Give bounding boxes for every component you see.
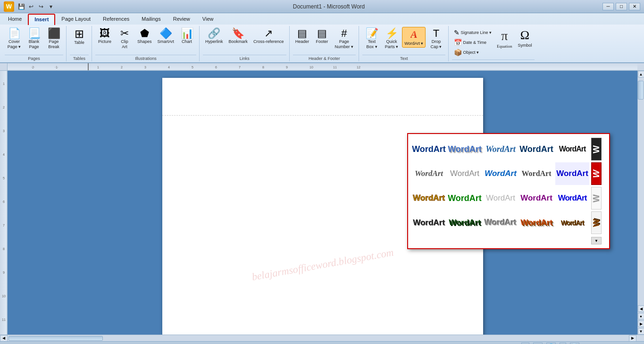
wordart-style-12[interactable]: WordArt	[448, 187, 482, 210]
clipart-button[interactable]: ✂ ClipArt	[115, 27, 134, 51]
svg-text:10: 10	[309, 66, 313, 69]
pagenumber-button[interactable]: # PageNumber ▾	[333, 27, 356, 51]
quick-access-toolbar: 💾 ↩ ↪ ▾	[17, 2, 55, 11]
wordart-style-4[interactable]: WordArt	[519, 138, 553, 160]
picture-button[interactable]: 🖼 Picture	[95, 27, 114, 46]
scroll-up-button[interactable]: ▲	[638, 71, 644, 77]
wordart-style-18[interactable]: WordArt	[484, 211, 518, 234]
textbox-button[interactable]: 📝 TextBox ▾	[362, 27, 381, 51]
hscroll-left[interactable]: ◀	[0, 335, 8, 342]
tab-insert[interactable]: Insert	[28, 14, 55, 25]
wordart-side-3[interactable]: W	[591, 187, 602, 210]
wordart-style-3[interactable]: WordArt	[484, 138, 518, 160]
table-button[interactable]: ⊞ Table	[70, 27, 89, 47]
headerfooter-group-label: Header & Footer	[293, 55, 356, 61]
window-controls: ─ □ ✕	[602, 3, 640, 10]
scroll-next-page[interactable]: ▶	[638, 320, 644, 327]
bookmark-button[interactable]: 🔖 Bookmark	[226, 27, 251, 46]
vertical-scrollbar[interactable]: ▲ ◀ ● ▶ ▼	[637, 71, 644, 335]
wordart-style-20[interactable]: WordArt	[555, 211, 589, 234]
office-logo[interactable]: W	[4, 1, 14, 12]
datetime-icon: 📅	[454, 39, 462, 46]
bookmark-icon: 🔖	[232, 28, 244, 39]
wordart-style-13[interactable]: WordArt	[484, 187, 518, 210]
tab-references[interactable]: References	[97, 14, 135, 25]
tables-group-label: Tables	[70, 55, 89, 61]
wordart-style-2[interactable]: WordArt	[448, 138, 482, 160]
wordart-style-19[interactable]: WordArt	[519, 211, 553, 234]
svg-text:·2·: ·2·	[31, 66, 35, 69]
symbol-icon: Ω	[520, 28, 529, 42]
wordart-side-2[interactable]: W	[591, 162, 602, 185]
quickparts-icon: ⚡	[385, 28, 398, 39]
wordart-button[interactable]: A WordArt ▾	[402, 27, 426, 48]
datetime-button[interactable]: 📅 Date & Time	[452, 38, 493, 47]
wordart-style-15[interactable]: WordArt	[555, 187, 589, 210]
wordart-style-16[interactable]: WordArt	[412, 211, 446, 234]
smartart-button[interactable]: 🔷 SmartArt	[155, 27, 177, 46]
ruler-indent-left[interactable]	[88, 63, 89, 70]
wordart-gallery-panel: WordArt WordArt WordArt WordArt WordArt …	[407, 133, 610, 249]
hscroll-right[interactable]: ▶	[629, 335, 636, 342]
tab-review[interactable]: Review	[167, 14, 196, 25]
scroll-thumb[interactable]	[638, 81, 644, 100]
ruler-corner	[0, 63, 8, 70]
blank-page-button[interactable]: 📃 BlankPage	[25, 27, 43, 51]
ribbon-group-text: 📝 TextBox ▾ ⚡ QuickParts ▾ A WordArt ▾ T…	[360, 26, 449, 61]
chart-button[interactable]: 📊 Chart	[177, 27, 196, 46]
wordart-style-5[interactable]: WordArt	[555, 138, 589, 160]
save-button[interactable]: 💾	[17, 2, 25, 11]
customize-button[interactable]: ▾	[47, 2, 55, 11]
wordart-style-11[interactable]: WordArt	[412, 187, 446, 210]
minimize-button[interactable]: ─	[602, 3, 614, 10]
crossref-button[interactable]: ↗ Cross-reference	[251, 27, 286, 46]
signatureline-button[interactable]: ✎ Signature Line ▾	[452, 28, 493, 37]
quickparts-button[interactable]: ⚡ QuickParts ▾	[382, 27, 401, 51]
wordart-style-17[interactable]: WordArt	[448, 211, 482, 234]
close-button[interactable]: ✕	[629, 3, 640, 10]
hyperlink-button[interactable]: 🔗 Hyperlink	[203, 27, 226, 46]
cover-page-button[interactable]: 📄 CoverPage ▾	[5, 27, 24, 51]
wordart-side-1[interactable]: W	[591, 138, 602, 160]
tab-pagelayout[interactable]: Page Layout	[55, 14, 97, 25]
pages-group-label: Pages	[5, 55, 63, 61]
wordart-style-8[interactable]: WordArt	[484, 162, 518, 185]
wordart-side-4[interactable]: W	[591, 211, 602, 234]
hyperlink-icon: 🔗	[208, 28, 220, 39]
wordart-style-7[interactable]: WordArt	[448, 162, 482, 185]
tab-home[interactable]: Home	[2, 14, 28, 25]
scroll-prev-page[interactable]: ◀	[638, 305, 644, 312]
wordart-style-10[interactable]: WordArt	[555, 162, 589, 185]
dropcap-button[interactable]: T DropCap ▾	[427, 27, 445, 51]
chart-icon: 📊	[181, 28, 193, 39]
footer-button[interactable]: ▤ Footer	[313, 27, 332, 46]
header-button[interactable]: ▤ Header	[293, 27, 312, 46]
scroll-page-indicator: ●	[638, 313, 644, 319]
undo-button[interactable]: ↩	[27, 2, 35, 11]
scroll-down-button[interactable]: ▼	[638, 328, 644, 335]
symbol-button[interactable]: Ω Symbol	[516, 27, 535, 50]
wordart-scroll-down[interactable]: ▼	[591, 237, 602, 244]
horizontal-scrollbar[interactable]: ◀ ▶	[0, 335, 644, 341]
tab-view[interactable]: View	[196, 14, 220, 25]
crossref-icon: ↗	[264, 28, 273, 39]
tab-mailings[interactable]: Mailings	[135, 14, 167, 25]
hscroll-thumb[interactable]	[8, 336, 103, 341]
object-button[interactable]: 📦 Object ▾	[452, 48, 493, 57]
equation-button[interactable]: π Equation	[494, 27, 515, 50]
svg-text:2: 2	[121, 66, 123, 69]
page-break-button[interactable]: ⬛ PageBreak	[44, 27, 63, 51]
wordart-style-6[interactable]: WordArt	[412, 162, 446, 185]
svg-text:2: 2	[3, 106, 5, 109]
wordart-style-14[interactable]: WordArt	[519, 187, 553, 210]
shapes-button[interactable]: ⬟ Shapes	[135, 27, 154, 46]
maximize-button[interactable]: □	[616, 3, 627, 10]
svg-text:11: 11	[333, 66, 337, 69]
wordart-style-1[interactable]: WordArt	[412, 138, 446, 160]
svg-text:1: 1	[3, 82, 5, 85]
vruler-svg: 1 2 3 4 5 6 7 8 9 10 11	[0, 71, 8, 335]
svg-text:·1·: ·1·	[55, 66, 59, 69]
ribbon-content: 📄 CoverPage ▾ 📃 BlankPage ⬛ PageBreak Pa…	[0, 25, 644, 62]
wordart-style-9[interactable]: WordArt	[519, 162, 553, 185]
redo-button[interactable]: ↪	[37, 2, 45, 11]
